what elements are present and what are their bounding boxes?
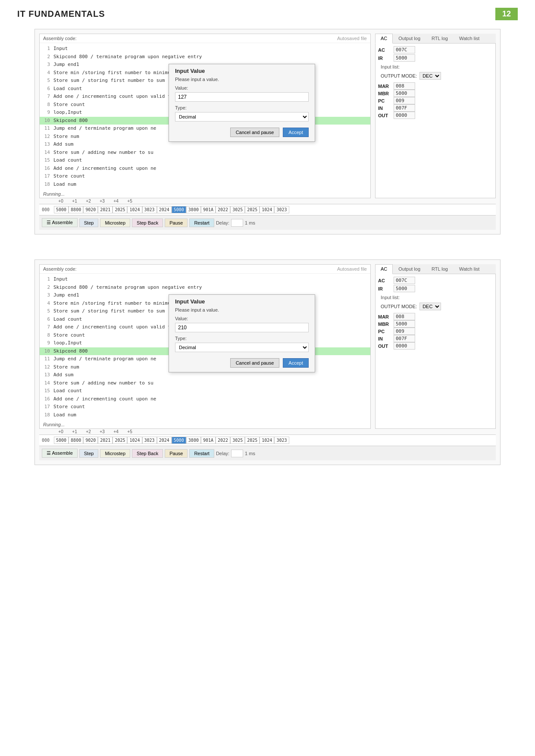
mem-cell[interactable]: 2025 bbox=[113, 437, 127, 444]
mem-cell[interactable]: 2022 bbox=[216, 437, 230, 444]
memory-section: 0005000880090202021202510243023202450003… bbox=[39, 434, 496, 446]
tabs-row: ACOutput logRTL logWatch list bbox=[375, 34, 496, 44]
reg-row-ac: AC007C bbox=[378, 46, 493, 53]
mem-cell[interactable]: 1024 bbox=[260, 206, 274, 213]
reg-label-out: OUT bbox=[378, 344, 391, 349]
mem-cell[interactable]: 2021 bbox=[98, 437, 113, 444]
stepback-button[interactable]: Step Back bbox=[132, 219, 163, 227]
reg-value-ir: 5000 bbox=[394, 54, 415, 62]
pause-button[interactable]: Pause bbox=[165, 219, 188, 227]
mem-cell[interactable]: 901A bbox=[201, 206, 216, 213]
dialog-type-select[interactable]: DecimalHexadecimalBinary bbox=[175, 112, 309, 122]
pause-button[interactable]: Pause bbox=[165, 449, 188, 458]
mem-cell[interactable]: 5000 bbox=[54, 206, 69, 213]
dialog-cancel-button[interactable]: Cancel and pause bbox=[230, 128, 280, 137]
mem-cell[interactable]: 8800 bbox=[69, 437, 83, 444]
microstep-button[interactable]: Microstep bbox=[100, 449, 130, 458]
delay-input[interactable] bbox=[231, 219, 243, 227]
mem-cell[interactable]: 3800 bbox=[186, 437, 201, 444]
microstep-button[interactable]: Microstep bbox=[100, 219, 130, 227]
mem-cell[interactable]: 9020 bbox=[83, 206, 98, 213]
reg-row-ac: AC007C bbox=[378, 277, 493, 284]
dialog-type-select[interactable]: DecimalHexadecimalBinary bbox=[175, 343, 309, 352]
tab-watch-list[interactable]: Watch list bbox=[454, 34, 485, 43]
mem-cell[interactable]: 3023 bbox=[274, 437, 289, 444]
mem-cell[interactable]: 5000 bbox=[172, 437, 186, 444]
mem-header-row: +0+1+2+3+4+5 bbox=[39, 429, 496, 434]
tab-ac[interactable]: AC bbox=[375, 264, 393, 274]
reg-value-pc: 009 bbox=[394, 97, 415, 104]
mem-cell[interactable]: 2024 bbox=[157, 437, 172, 444]
assemble-button[interactable]: ☰ Assemble bbox=[42, 218, 78, 227]
delay-label: Delay: bbox=[216, 220, 229, 225]
dialog-description: Please input a value. bbox=[169, 307, 315, 315]
reg-value-out: 0000 bbox=[394, 342, 415, 350]
reg-value-pc: 009 bbox=[394, 328, 415, 335]
mem-cell[interactable]: 2025 bbox=[245, 206, 260, 213]
panels-container: Assembly code:Autosaved file1Input2Skipc… bbox=[0, 25, 535, 490]
reg-value-ir: 5000 bbox=[394, 285, 415, 292]
dialog-type-label: Type: bbox=[169, 104, 315, 111]
delay-input[interactable] bbox=[231, 450, 243, 457]
mem-cell[interactable]: 5000 bbox=[172, 206, 186, 213]
mem-cell[interactable]: 3023 bbox=[274, 206, 289, 213]
reg-label-pc: PC bbox=[378, 329, 391, 334]
reg-value-ac: 007C bbox=[394, 277, 415, 284]
tab-ac[interactable]: AC bbox=[375, 34, 393, 44]
code-line: 15Load count bbox=[40, 387, 370, 395]
step-button[interactable]: Step bbox=[79, 219, 99, 227]
dialog-value-input[interactable] bbox=[175, 92, 309, 102]
mem-cell[interactable]: 2025 bbox=[245, 437, 260, 444]
dialog-buttons: Cancel and pauseAccept bbox=[169, 356, 315, 372]
tab-output-log[interactable]: Output log bbox=[393, 264, 426, 274]
mem-cell[interactable]: 3800 bbox=[186, 206, 201, 213]
mem-cell[interactable]: 901A bbox=[201, 437, 216, 444]
memory-section: 0005000880090202021202510243023202450003… bbox=[39, 204, 496, 215]
reg-label-ac: AC bbox=[378, 278, 391, 283]
mem-cell[interactable]: 8800 bbox=[69, 206, 83, 213]
output-mode-select[interactable]: DECHEXBIN bbox=[419, 72, 441, 80]
mem-cell[interactable]: 1024 bbox=[127, 437, 142, 444]
tab-output-log[interactable]: Output log bbox=[393, 34, 426, 43]
restart-button[interactable]: Restart bbox=[189, 219, 214, 227]
mem-cell[interactable]: 1024 bbox=[127, 206, 142, 213]
tab-rtl-log[interactable]: RTL log bbox=[426, 264, 454, 274]
mem-cell[interactable]: 3025 bbox=[230, 206, 245, 213]
tab-watch-list[interactable]: Watch list bbox=[454, 264, 485, 274]
dialog-cancel-button[interactable]: Cancel and pause bbox=[230, 358, 280, 368]
code-line: 14Store sum / adding new number to su bbox=[40, 379, 370, 387]
stepback-button[interactable]: Step Back bbox=[132, 449, 163, 458]
mem-cell[interactable]: 2024 bbox=[157, 206, 172, 213]
dialog-title: Input Value bbox=[169, 64, 315, 77]
restart-button[interactable]: Restart bbox=[189, 449, 214, 458]
mem-cell[interactable]: 3023 bbox=[142, 437, 157, 444]
step-button[interactable]: Step bbox=[79, 449, 99, 458]
reg-row-pc: PC009 bbox=[378, 97, 493, 104]
input-dialog: Input ValuePlease input a value.Value:Ty… bbox=[169, 64, 315, 142]
mem-cell[interactable]: 2021 bbox=[98, 206, 113, 213]
mem-cell[interactable]: 1024 bbox=[260, 437, 274, 444]
page-header: IT FUNDAMENTALS 12 bbox=[0, 0, 535, 25]
output-mode-row: OUTPUT MODE:DECHEXBIN bbox=[378, 301, 493, 312]
register-display: AC007CIR5000Input list:OUTPUT MODE:DECHE… bbox=[375, 44, 496, 198]
dialog-accept-button[interactable]: Accept bbox=[283, 128, 309, 137]
mem-cell[interactable]: 5000 bbox=[54, 437, 69, 444]
assemble-button[interactable]: ☰ Assemble bbox=[42, 449, 78, 458]
dialog-value-input[interactable] bbox=[175, 323, 309, 332]
running-label: Running... bbox=[40, 421, 370, 428]
code-line: 2Skipcond 800 / terminate program upon n… bbox=[40, 53, 370, 61]
mem-cell[interactable]: 3023 bbox=[142, 206, 157, 213]
mem-cell[interactable]: 2025 bbox=[113, 206, 127, 213]
dialog-accept-button[interactable]: Accept bbox=[283, 358, 309, 368]
tab-rtl-log[interactable]: RTL log bbox=[426, 34, 454, 43]
code-line: 18Load num bbox=[40, 181, 370, 189]
delay-label: Delay: bbox=[216, 451, 229, 456]
reg-label-ir: IR bbox=[378, 56, 391, 61]
mem-cell[interactable]: 2022 bbox=[216, 206, 230, 213]
mem-cell[interactable]: 9020 bbox=[83, 437, 98, 444]
output-mode-select[interactable]: DECHEXBIN bbox=[419, 303, 441, 310]
output-mode-row: OUTPUT MODE:DECHEXBIN bbox=[378, 70, 493, 81]
reg-row-pc: PC009 bbox=[378, 328, 493, 335]
mem-cell[interactable]: 3025 bbox=[230, 437, 245, 444]
output-mode-label: OUTPUT MODE: bbox=[381, 304, 417, 309]
